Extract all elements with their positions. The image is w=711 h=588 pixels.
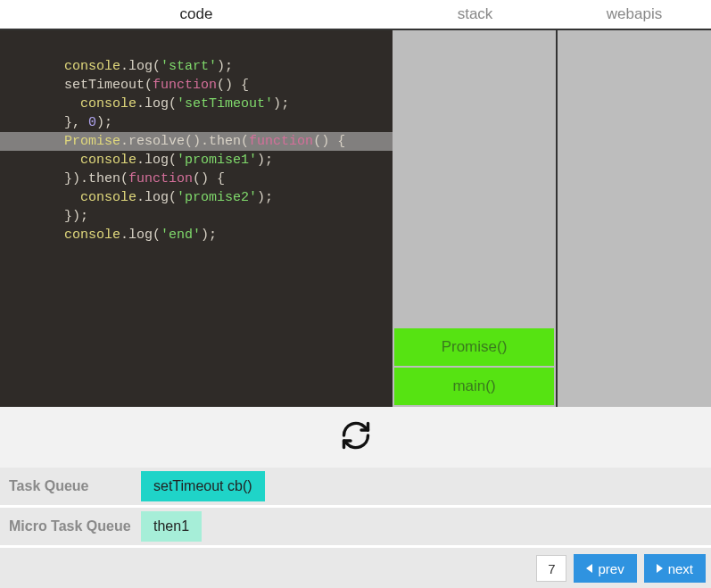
stack-frame: main() — [394, 368, 554, 405]
triangle-right-icon — [657, 564, 663, 573]
code-line: Promise.resolve().then(function() { — [0, 132, 393, 151]
stack-pane: Promise()main() — [393, 30, 558, 407]
event-loop-row — [0, 407, 711, 468]
next-button[interactable]: next — [644, 554, 706, 583]
webapis-pane — [558, 30, 711, 407]
task-queue-items: setTimeout cb() — [141, 471, 265, 501]
microtask-queue-row: Micro Task Queue then1 — [0, 508, 711, 545]
code-line: console.log('promise2'); — [0, 188, 393, 207]
microtask-queue-items: then1 — [141, 511, 202, 542]
code-line: console.log('setTimeout'); — [0, 95, 393, 113]
prev-label: prev — [598, 561, 624, 576]
code-line: console.log('end'); — [0, 226, 393, 244]
microtask-queue-item: then1 — [141, 511, 202, 542]
task-queue-row: Task Queue setTimeout cb() — [0, 468, 711, 505]
prev-button[interactable]: prev — [574, 554, 636, 583]
code-line: }).then(function() { — [0, 170, 393, 188]
step-input[interactable] — [536, 555, 566, 582]
code-line: }, 0); — [0, 113, 393, 132]
task-queue-item: setTimeout cb() — [141, 471, 265, 501]
main-area: console.log('start');setTimeout(function… — [0, 30, 711, 407]
microtask-queue-label: Micro Task Queue — [0, 518, 141, 534]
code-line: console.log('promise1'); — [0, 151, 393, 170]
code-line: setTimeout(function() { — [0, 76, 393, 95]
triangle-left-icon — [586, 564, 592, 573]
header: code stack webapis — [0, 0, 711, 30]
code-line: }); — [0, 207, 393, 226]
next-label: next — [668, 561, 693, 576]
code-pane: console.log('start');setTimeout(function… — [0, 30, 393, 407]
code-line: console.log('start'); — [0, 57, 393, 76]
stack-frame: Promise() — [394, 328, 554, 366]
event-loop-icon — [340, 419, 372, 455]
header-code: code — [0, 0, 393, 29]
header-webapis: webapis — [558, 0, 711, 29]
header-stack: stack — [393, 0, 558, 29]
footer-controls: prev next — [0, 548, 711, 588]
task-queue-label: Task Queue — [0, 478, 141, 494]
